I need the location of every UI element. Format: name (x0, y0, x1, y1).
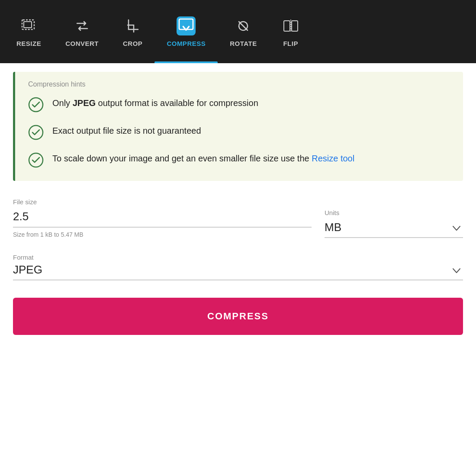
svg-rect-3 (179, 19, 193, 29)
svg-point-10 (29, 125, 43, 139)
check-icon-3 (28, 152, 44, 168)
resize-tool-link[interactable]: Resize tool (312, 154, 354, 163)
navbar: RESIZE CONVERT CROP (0, 0, 476, 63)
nav-item-resize[interactable]: RESIZE (4, 0, 53, 63)
hint-item-1: Only JPEG output format is available for… (28, 97, 450, 113)
svg-rect-1 (24, 22, 32, 28)
compress-button[interactable]: COMPRESS (13, 298, 463, 335)
hint-text-2: Exact output file size is not guaranteed (52, 125, 201, 137)
nav-label-resize: RESIZE (16, 40, 41, 47)
format-label: Format (13, 254, 34, 261)
svg-point-11 (29, 153, 43, 167)
rotate-icon (234, 16, 253, 35)
nav-label-crop: CROP (123, 40, 142, 47)
format-select-wrap: JPEG PNG WEBP (13, 261, 463, 280)
main-content: Compression hints Only JPEG output forma… (0, 63, 476, 344)
units-group: Units MB KB (325, 209, 463, 238)
nav-item-rotate[interactable]: ROTATE (218, 0, 269, 63)
hint-item-3: To scale down your image and get an even… (28, 152, 450, 168)
convert-icon (73, 16, 92, 35)
hint-text-1: Only JPEG output format is available for… (52, 97, 258, 109)
size-hint: Size from 1 kB to 5.47 MB (13, 231, 312, 238)
svg-point-9 (29, 98, 43, 112)
nav-label-rotate: ROTATE (230, 40, 257, 47)
units-select[interactable]: MB KB (325, 219, 463, 238)
hints-title: Compression hints (28, 80, 450, 88)
file-size-input[interactable] (13, 208, 312, 228)
units-label: Units (325, 209, 463, 216)
hints-box: Compression hints Only JPEG output forma… (13, 72, 463, 181)
nav-item-crop[interactable]: CROP (111, 0, 154, 63)
hint-item-2: Exact output file size is not guaranteed (28, 125, 450, 140)
check-icon-1 (28, 97, 44, 113)
flip-icon (281, 16, 300, 35)
hint-text-3: To scale down your image and get an even… (52, 152, 354, 164)
nav-label-convert: CONVERT (65, 40, 99, 47)
nav-label-flip: FLIP (283, 40, 298, 47)
check-icon-2 (28, 125, 44, 140)
svg-rect-6 (284, 21, 290, 31)
file-size-group: File size Size from 1 kB to 5.47 MB (13, 198, 312, 238)
format-section: Format JPEG PNG WEBP (13, 254, 463, 280)
resize-icon (19, 16, 39, 35)
file-size-label: File size (13, 198, 312, 206)
nav-item-compress[interactable]: COMPRESS (154, 0, 218, 63)
svg-rect-7 (292, 21, 298, 31)
compress-icon (177, 16, 196, 35)
nav-item-flip[interactable]: FLIP (269, 0, 312, 63)
units-select-wrap: MB KB (325, 219, 463, 238)
format-select[interactable]: JPEG PNG WEBP (13, 261, 463, 280)
nav-item-convert[interactable]: CONVERT (53, 0, 111, 63)
file-size-row: File size Size from 1 kB to 5.47 MB Unit… (13, 198, 463, 238)
crop-icon (123, 16, 142, 35)
nav-label-compress: COMPRESS (167, 40, 206, 47)
